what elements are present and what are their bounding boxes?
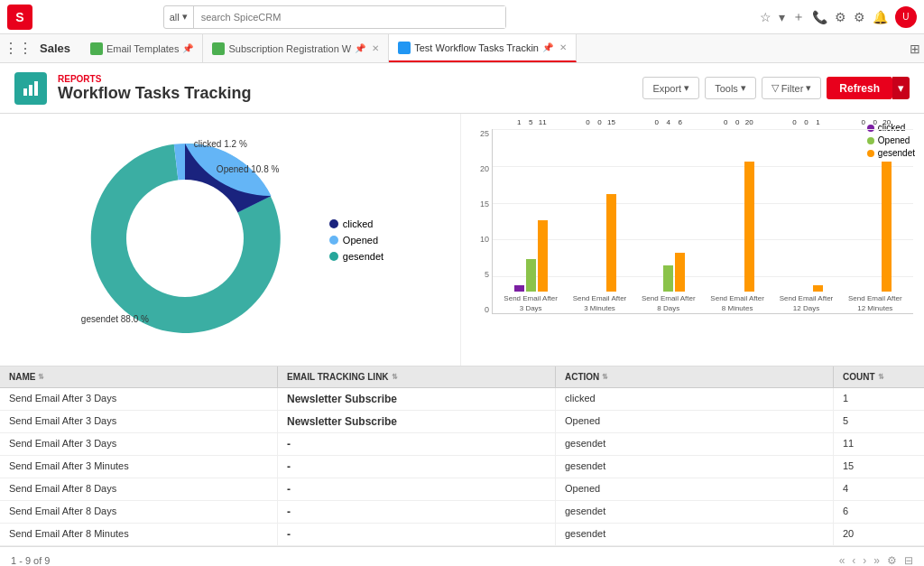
data-table: NAME ⇅ EMAIL TRACKING LINK ⇅ ACTION ⇅ CO… xyxy=(0,367,924,546)
table-row[interactable]: Send Email After 3 Minutes - gesendet 15 xyxy=(0,456,924,478)
bar xyxy=(882,162,892,292)
td-name: Send Email After 3 Days xyxy=(0,433,278,455)
bar-group: 046Send Email After 8 Days xyxy=(634,129,703,313)
bar xyxy=(675,253,685,292)
bar-chart-inner: 25 20 15 10 5 0 1511Send Email After 3 D… xyxy=(472,125,913,355)
th-count: COUNT ⇅ xyxy=(834,367,924,387)
pin-icon: 📌 xyxy=(182,43,193,53)
gear-icon[interactable]: ⚙ xyxy=(835,10,846,24)
bar-chart-container: clicked Opened gesendet 25 20 15 10 5 0 xyxy=(460,114,924,366)
page-header-icon xyxy=(14,72,47,105)
tab-label-workflow: Test Workflow Tasks Trackin xyxy=(414,42,539,53)
tab-icon-workflow xyxy=(398,42,411,54)
donut-chart: clicked 1.2 % Opened 10.8 % gesendet 88.… xyxy=(77,130,293,349)
first-page-icon[interactable]: « xyxy=(839,554,845,567)
grid-line-20 xyxy=(493,166,913,167)
bar xyxy=(813,285,823,292)
table-row[interactable]: Send Email After 3 Days Newsletter Subsc… xyxy=(0,411,924,433)
table-row[interactable]: Send Email After 3 Days Newsletter Subsc… xyxy=(0,388,924,411)
page-title: Workflow Tasks Tracking xyxy=(58,84,642,103)
table-row[interactable]: Send Email After 8 Days - gesendet 6 xyxy=(0,501,924,524)
bar-group: 001Send Email After 12 Days xyxy=(772,129,840,313)
tab-icon-email xyxy=(90,42,103,55)
sort-icon-link[interactable]: ⇅ xyxy=(392,373,398,381)
bars-area: 1511Send Email After 3 Days0015Send Emai… xyxy=(492,129,913,314)
sort-icon-action[interactable]: ⇅ xyxy=(602,373,608,381)
td-name: Send Email After 8 Minutes xyxy=(0,524,278,545)
grid-view-icon[interactable]: ⊞ xyxy=(910,42,920,56)
last-page-icon[interactable]: » xyxy=(873,554,880,567)
refresh-button[interactable]: Refresh xyxy=(827,77,892,99)
th-link: EMAIL TRACKING LINK ⇅ xyxy=(278,367,556,387)
search-input[interactable] xyxy=(194,6,505,28)
top-bar: S all ☆ ▾ ＋ 📞 ⚙ ⚙ 🔔 U xyxy=(0,0,924,34)
table-footer: 1 - 9 of 9 « ‹ › » ⚙ ⊟ xyxy=(0,546,924,566)
refresh-group: Refresh ▾ xyxy=(827,77,910,99)
svg-rect-1 xyxy=(29,85,32,96)
sort-icon-count[interactable]: ⇅ xyxy=(878,373,884,381)
avatar[interactable]: U xyxy=(895,6,917,28)
search-filter[interactable]: all xyxy=(164,6,194,28)
td-link: - xyxy=(278,524,556,545)
donut-legend: clicked Opened gesendet xyxy=(329,218,383,262)
refresh-dropdown-button[interactable]: ▾ xyxy=(892,77,910,99)
plus-icon[interactable]: ＋ xyxy=(792,9,805,25)
tab-workflow[interactable]: Test Workflow Tasks Trackin 📌 ✕ xyxy=(389,34,577,62)
legend-opened: Opened xyxy=(329,235,383,246)
columns-icon[interactable]: ⊟ xyxy=(904,554,913,567)
y-axis: 25 20 15 10 5 0 xyxy=(472,125,492,355)
search-area: all xyxy=(163,5,506,29)
bell-icon[interactable]: 🔔 xyxy=(873,10,888,24)
tab-email-templates[interactable]: Email Templates 📌 xyxy=(81,34,204,62)
th-action: ACTION ⇅ xyxy=(556,367,834,387)
td-link: - xyxy=(278,433,556,455)
gesendet-dot xyxy=(329,252,338,261)
svg-point-3 xyxy=(126,180,244,297)
table-row[interactable]: Send Email After 3 Days - gesendet 11 xyxy=(0,433,924,456)
bar-group-label: Send Email After 3 Minutes xyxy=(572,294,626,313)
filter-button[interactable]: ▽ Filter xyxy=(762,77,821,99)
tab-subscription[interactable]: Subscription Registration W 📌 ✕ xyxy=(203,34,389,62)
phone-icon[interactable]: 📞 xyxy=(812,10,827,24)
td-link: Newsletter Subscribe xyxy=(278,411,556,432)
export-chevron xyxy=(684,82,689,94)
td-action: gesendet xyxy=(556,456,834,478)
apps-icon[interactable]: ⋮⋮ xyxy=(4,40,32,57)
svg-rect-2 xyxy=(34,81,38,96)
export-button[interactable]: Export xyxy=(642,77,699,99)
opened-label: Opened 10.8 % xyxy=(217,164,280,174)
table-header: NAME ⇅ EMAIL TRACKING LINK ⇅ ACTION ⇅ CO… xyxy=(0,367,924,388)
prev-page-icon[interactable]: ‹ xyxy=(852,554,855,567)
search-filter-chevron xyxy=(182,11,188,23)
close-icon-sub[interactable]: ✕ xyxy=(372,43,379,53)
bar-group-label: Send Email After 3 Days xyxy=(504,294,558,313)
page-header: REPORTS Workflow Tasks Tracking Export T… xyxy=(0,63,924,114)
td-name: Send Email After 8 Days xyxy=(0,501,278,523)
td-count: 11 xyxy=(834,433,924,455)
td-name: Send Email After 3 Days xyxy=(0,411,278,432)
next-page-icon[interactable]: › xyxy=(863,554,866,567)
table-row[interactable]: Send Email After 8 Minutes - gesendet 20 xyxy=(0,524,924,546)
chevron-down-icon[interactable]: ▾ xyxy=(779,10,785,24)
sort-icon-name[interactable]: ⇅ xyxy=(38,373,44,381)
legend-gesendet: gesendet xyxy=(329,251,383,262)
pagination-controls: « ‹ › » ⚙ ⊟ xyxy=(839,554,913,567)
bar-group-label: Send Email After 8 Minutes xyxy=(710,294,764,313)
td-count: 1 xyxy=(834,388,924,410)
td-count: 15 xyxy=(834,456,924,478)
close-icon-workflow[interactable]: ✕ xyxy=(559,42,567,52)
bar xyxy=(538,220,548,292)
tools-button[interactable]: Tools xyxy=(705,77,756,99)
star-icon[interactable]: ☆ xyxy=(760,10,772,24)
filter-icon: ▽ xyxy=(772,82,779,94)
td-action: Opened xyxy=(556,411,834,432)
gesendet-label: gesendet 88.0 % xyxy=(81,314,149,324)
table-row[interactable]: Send Email After 8 Days - Opened 4 xyxy=(0,478,924,501)
table-body: Send Email After 3 Days Newsletter Subsc… xyxy=(0,388,924,546)
settings-icon[interactable]: ⚙ xyxy=(887,554,897,567)
tab-label-sub: Subscription Registration W xyxy=(228,43,351,54)
pagination-info: 1 - 9 of 9 xyxy=(11,555,50,566)
settings2-icon[interactable]: ⚙ xyxy=(854,10,865,24)
td-count: 5 xyxy=(834,411,924,432)
svg-rect-0 xyxy=(23,88,27,96)
